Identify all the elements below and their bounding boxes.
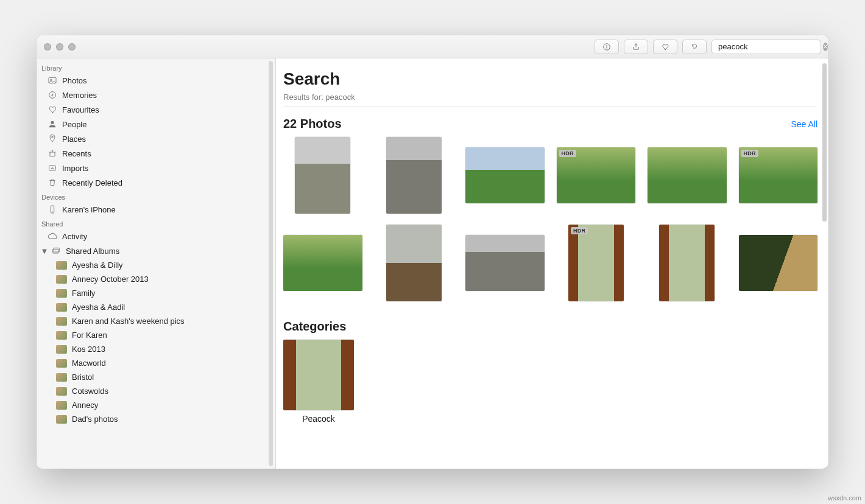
sidebar-item[interactable]: Annecy xyxy=(37,398,275,412)
photo-thumbnail[interactable]: HDR xyxy=(557,147,636,203)
photo-thumbnail[interactable] xyxy=(659,225,715,301)
sidebar-item[interactable]: Karen's iPhone xyxy=(37,202,275,217)
album-thumb-icon xyxy=(56,401,67,410)
photo-thumbnail[interactable]: HDR xyxy=(568,225,624,301)
imports-icon xyxy=(48,163,57,173)
section-library: Library xyxy=(37,61,275,73)
share-icon xyxy=(632,43,640,51)
album-thumb-icon xyxy=(56,261,67,270)
sidebar-item-label: Photos xyxy=(62,76,86,85)
hdr-badge: HDR xyxy=(559,150,576,157)
sidebar-item[interactable]: Recently Deleted xyxy=(37,175,275,190)
categories-row: Peacock xyxy=(283,340,817,424)
close-window-button[interactable] xyxy=(44,43,51,51)
sidebar-item[interactable]: Family xyxy=(37,286,275,300)
section-devices: Devices xyxy=(37,190,275,202)
sidebar-item[interactable]: Ayesha & Dilly xyxy=(37,258,275,272)
album-thumb-icon xyxy=(56,275,67,284)
sidebar-item-label: Annecy xyxy=(72,401,98,410)
photo-thumbnail[interactable] xyxy=(386,137,442,214)
sidebar-item[interactable]: Photos xyxy=(37,73,275,88)
pin-icon xyxy=(48,134,57,144)
share-button[interactable] xyxy=(624,40,648,54)
photo-thumbnail[interactable] xyxy=(465,235,545,291)
sidebar-item-label: Ayesha & Aadil xyxy=(72,303,125,312)
sidebar-item-label: Recently Deleted xyxy=(62,178,122,187)
search-input[interactable] xyxy=(718,42,821,51)
rotate-icon xyxy=(690,43,699,51)
sidebar-item-activity[interactable]: Activity xyxy=(37,229,275,243)
sidebar-item-label: People xyxy=(62,120,86,129)
clear-search-button[interactable]: ✕ xyxy=(823,43,828,51)
sidebar-item[interactable]: Macworld xyxy=(37,356,275,370)
photo-cell: HDR xyxy=(557,225,636,301)
sidebar-item[interactable]: Ayesha & Aadil xyxy=(37,300,275,314)
svg-point-9 xyxy=(52,136,54,138)
titlebar: ✕ xyxy=(37,35,828,58)
rotate-button[interactable] xyxy=(682,40,707,54)
sidebar-item-label: Activity xyxy=(62,232,87,241)
sidebar-item[interactable]: Annecy October 2013 xyxy=(37,272,275,286)
category-label: Peacock xyxy=(283,414,354,424)
sidebar-item[interactable]: Kos 2013 xyxy=(37,342,275,356)
main-content[interactable]: Search Results for: peacock 22 Photos Se… xyxy=(276,58,828,469)
sidebar-item[interactable]: Imports xyxy=(37,161,275,175)
sidebar-item[interactable]: Dad's photos xyxy=(37,412,275,426)
album-thumb-icon xyxy=(56,289,67,298)
photo-thumbnail[interactable] xyxy=(386,225,442,301)
photo-thumbnail[interactable] xyxy=(648,147,727,203)
category-item[interactable]: Peacock xyxy=(283,340,354,424)
sidebar[interactable]: Library PhotosMemoriesFavouritesPeoplePl… xyxy=(37,58,276,469)
sidebar-item-label: Shared Albums xyxy=(66,247,119,256)
sidebar-item[interactable]: Recents xyxy=(37,146,275,161)
sidebar-item[interactable]: Favourites xyxy=(37,102,275,117)
sidebar-item[interactable]: Places xyxy=(37,131,275,146)
photo-cell xyxy=(648,225,727,301)
sidebar-item[interactable]: Karen and Kash's weekend pics xyxy=(37,314,275,328)
disclosure-triangle-icon[interactable]: ▼ xyxy=(41,247,48,256)
album-thumb-icon xyxy=(56,331,67,340)
heart-icon xyxy=(48,105,57,114)
sidebar-item-shared-albums[interactable]: ▼ Shared Albums xyxy=(37,243,275,258)
see-all-link[interactable]: See All xyxy=(791,119,817,129)
sidebar-item-label: Memories xyxy=(62,91,97,100)
search-field[interactable]: ✕ xyxy=(711,40,821,54)
iphone-icon xyxy=(48,205,57,214)
fullscreen-window-button[interactable] xyxy=(68,43,76,51)
stack-icon xyxy=(51,246,61,256)
recents-icon xyxy=(48,149,57,158)
photos-heading: 22 Photos xyxy=(283,117,342,131)
photo-thumbnail[interactable] xyxy=(295,137,350,214)
results-for-line: Results for: peacock xyxy=(283,93,817,107)
categories-heading: Categories xyxy=(283,320,346,334)
photo-thumbnail[interactable] xyxy=(465,147,545,203)
minimize-window-button[interactable] xyxy=(56,43,63,51)
sidebar-item[interactable]: Memories xyxy=(37,88,275,102)
album-thumb-icon xyxy=(56,359,67,368)
photo-cell xyxy=(283,137,362,214)
photo-thumbnail[interactable]: HDR xyxy=(739,147,818,203)
photo-cell xyxy=(283,225,362,301)
sidebar-item[interactable]: People xyxy=(37,117,275,131)
photo-thumbnail[interactable] xyxy=(739,235,818,291)
heart-icon xyxy=(661,43,669,51)
sidebar-item[interactable]: For Karen xyxy=(37,328,275,342)
photo-cell xyxy=(465,137,545,214)
sidebar-item-label: Annecy October 2013 xyxy=(72,275,149,284)
photo-thumbnail[interactable] xyxy=(283,235,362,291)
memories-icon xyxy=(48,90,57,100)
sidebar-item[interactable]: Bristol xyxy=(37,370,275,384)
sidebar-item[interactable]: Cotswolds xyxy=(37,384,275,398)
section-shared: Shared xyxy=(37,217,275,229)
info-button[interactable] xyxy=(595,40,619,54)
svg-point-8 xyxy=(51,121,54,124)
sidebar-item-label: Karen and Kash's weekend pics xyxy=(72,317,185,326)
category-thumbnail[interactable] xyxy=(283,340,354,410)
photo-cell xyxy=(739,225,818,301)
favourite-button[interactable] xyxy=(653,40,677,54)
toolbar-buttons: ✕ xyxy=(595,40,821,54)
sidebar-item-label: Places xyxy=(62,135,86,144)
photo-cell: HDR xyxy=(739,137,818,214)
sidebar-item-label: Cotswolds xyxy=(72,387,108,396)
sidebar-item-label: Imports xyxy=(62,164,88,173)
